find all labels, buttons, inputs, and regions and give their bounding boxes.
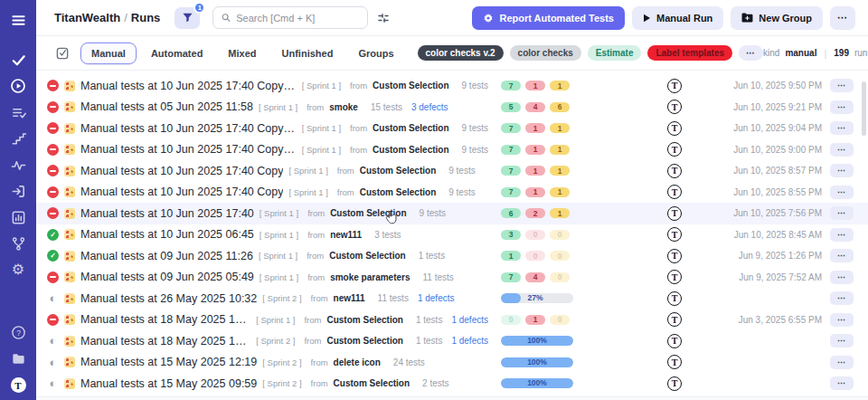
run-more-button[interactable]: ⋯ [830,143,854,157]
run-source: Custom Selection [329,251,405,261]
face-emoji-icon [64,251,75,262]
tab-groups[interactable]: Groups [347,43,404,64]
run-row[interactable]: Manual tests at 15 May 2025 09:59 [ Spri… [36,373,868,395]
header-more-button[interactable]: ⋯ [830,6,855,30]
run-row[interactable]: Manual tests at 05 Jun 2025 11:58 [ Spri… [36,97,868,119]
run-title[interactable]: Manual tests at 10 Jun 2025 17:40 Copy [80,165,283,177]
new-group-button[interactable]: New Group [731,6,823,30]
run-defects-link[interactable]: 1 defects [451,315,488,325]
activity-icon[interactable] [9,156,27,174]
run-title[interactable]: Manual tests at 10 Jun 2025 06:45 [80,228,254,241]
run-row[interactable]: Manual tests at 18 May 2025 17:55 [ Spri… [36,330,868,352]
run-from-label: from [350,145,367,155]
run-more-button[interactable]: ⋯ [830,313,854,327]
report-automated-tests-button[interactable]: Report Automated Tests [472,6,625,30]
run-stats: 711 [501,123,573,133]
run-row[interactable]: Manual tests at 09 Jun 2025 05:49 [ Spri… [36,267,868,289]
user-avatar[interactable]: T [11,377,26,393]
run-more-button[interactable]: ⋯ [830,100,854,114]
tab-unfinished[interactable]: Unfinished [271,43,344,64]
failed-count-pill: 0 [525,230,545,240]
run-defects-link[interactable]: 1 defects [451,336,488,346]
face-emoji-icon [64,293,75,304]
filter-button[interactable]: 1 [175,7,200,29]
help-icon[interactable]: ? [9,323,27,341]
run-title[interactable]: Manual tests at 10 Jun 2025 17:40 Copy C… [80,143,297,156]
run-from-label: from [307,272,325,282]
select-all-icon[interactable] [56,46,70,60]
run-more-button[interactable]: ⋯ [830,291,854,305]
run-title[interactable]: Manual tests at 09 Jun 2025 05:49 [80,271,254,283]
vertical-scrollbar[interactable] [862,81,866,136]
folder-icon[interactable] [9,349,27,367]
run-row[interactable]: Manual tests at 10 Jun 2025 17:40 Copy [… [36,160,868,182]
menu-icon[interactable] [9,11,27,29]
run-title[interactable]: Manual tests at 18 May 2025 17:55 [80,335,250,348]
run-more-button[interactable]: ⋯ [830,249,854,262]
search-input[interactable] [236,13,359,24]
face-emoji-icon [64,357,75,367]
run-stats: 100% [501,378,573,388]
branch-icon[interactable] [9,234,27,252]
run-more-button[interactable]: ⋯ [830,271,854,284]
run-title[interactable]: Manual tests at 10 Jun 2025 17:40 Copy C… [80,122,297,135]
run-row[interactable]: Manual tests at 10 Jun 2025 17:40 Copy C… [36,75,868,97]
run-title[interactable]: Manual tests at 18 May 2025 17:36 [80,313,250,326]
funnel-icon [182,12,193,24]
label-tag[interactable]: Estimate [588,45,642,61]
run-row[interactable]: Manual tests at 18 May 2025 17:36 [ Spri… [36,310,868,331]
play-circle-icon[interactable] [9,77,27,95]
run-title[interactable]: Manual tests at 15 May 2025 12:19 [80,356,257,368]
run-more-button[interactable]: ⋯ [830,206,854,220]
steps-icon[interactable] [9,129,27,148]
run-title[interactable]: Manual tests at 05 Jun 2025 11:58 [80,100,253,113]
run-row[interactable]: Manual tests at 10 Jun 2025 06:45 [ Spri… [36,224,868,246]
run-title[interactable]: Manual tests at 15 May 2025 09:59 [80,377,257,390]
check-icon[interactable] [9,51,27,69]
label-tag[interactable]: Label templates [647,45,732,61]
run-more-button[interactable]: ⋯ [830,79,854,92]
run-progress-bar: 100% [501,357,573,367]
run-more-button[interactable]: ⋯ [830,186,854,199]
run-tests-count: 3 tests [374,230,401,240]
run-stats: 711 [501,166,573,176]
run-row[interactable]: Manual tests at 10 Jun 2025 17:40 Copy [… [36,182,868,204]
run-row[interactable]: Manual tests at 26 May 2025 10:32 [ Spri… [36,288,868,310]
run-row[interactable]: Manual tests at 10 Jun 2025 17:40 Copy C… [36,118,868,139]
tune-icon[interactable] [377,12,390,24]
tab-mixed[interactable]: Mixed [217,43,267,64]
breadcrumb-project[interactable]: TitanWealth [54,11,120,24]
run-more-button[interactable]: ⋯ [830,356,854,369]
gear-icon[interactable]: ⚙ [9,261,27,279]
run-defects-link[interactable]: 1 defects [418,293,455,303]
label-tag[interactable]: ⋯ [739,45,763,61]
run-more-button[interactable]: ⋯ [830,334,854,348]
run-title[interactable]: Manual tests at 10 Jun 2025 17:40 [80,207,254,220]
run-row[interactable]: Manual tests at 10 Jun 2025 17:40 Copy C… [36,139,868,161]
run-more-button[interactable]: ⋯ [830,121,854,135]
run-title[interactable]: Manual tests at 09 Jun 2025 11:26 [80,250,253,262]
run-title[interactable]: Manual tests at 26 May 2025 10:32 [80,292,257,305]
run-author-avatar: T [667,164,682,178]
run-more-button[interactable]: ⋯ [830,228,854,242]
bar-chart-icon[interactable] [9,208,27,226]
run-title[interactable]: Manual tests at 10 Jun 2025 17:40 Copy C… [80,80,297,92]
sign-in-icon[interactable] [9,182,27,200]
run-row[interactable]: Manual tests at 15 May 2025 12:19 [ Spri… [36,352,868,374]
search-box[interactable] [212,6,368,29]
run-timestamp: Jun 10, 2025 9:21 PM [733,102,822,112]
run-defects-link[interactable]: 3 defects [411,102,448,112]
label-tag[interactable]: color checks [510,45,581,61]
label-tag[interactable]: color checks v.2 [418,45,504,61]
tab-manual[interactable]: Manual [80,43,137,64]
passed-count-pill: 7 [501,272,521,282]
test-plan-icon[interactable] [9,103,27,121]
run-row[interactable]: Manual tests at 09 Jun 2025 11:26 [ Spri… [36,245,868,267]
tab-automated[interactable]: Automated [140,43,213,64]
run-row-main: Manual tests at 18 May 2025 17:55 [ Spri… [36,335,488,348]
run-more-button[interactable]: ⋯ [830,164,854,177]
manual-run-button[interactable]: Manual Run [632,6,723,30]
run-more-button[interactable]: ⋯ [830,376,854,390]
run-title[interactable]: Manual tests at 10 Jun 2025 17:40 Copy [80,186,283,198]
run-row[interactable]: Manual tests at 10 Jun 2025 17:40 [ Spri… [36,203,868,224]
